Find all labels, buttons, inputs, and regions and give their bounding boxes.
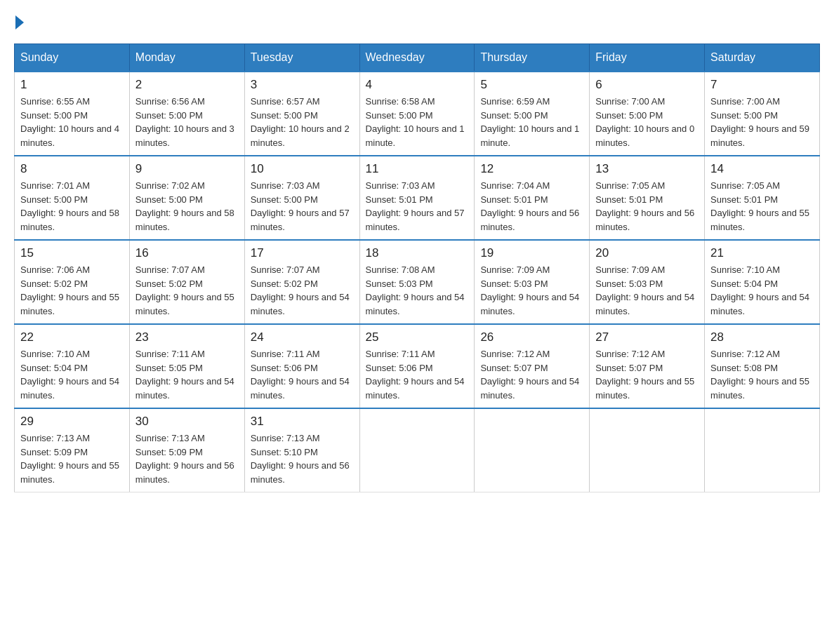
day-number: 3 xyxy=(251,78,354,92)
day-info: Sunrise: 6:56 AMSunset: 5:00 PMDaylight:… xyxy=(135,95,239,149)
calendar-cell: 14Sunrise: 7:05 AMSunset: 5:01 PMDayligh… xyxy=(705,156,820,240)
calendar-cell: 17Sunrise: 7:07 AMSunset: 5:02 PMDayligh… xyxy=(244,240,359,324)
calendar-cell: 6Sunrise: 7:00 AMSunset: 5:00 PMDaylight… xyxy=(590,72,705,156)
weekday-header: Thursday xyxy=(475,44,590,72)
day-number: 1 xyxy=(20,78,124,92)
calendar-cell: 20Sunrise: 7:09 AMSunset: 5:03 PMDayligh… xyxy=(590,240,705,324)
day-number: 27 xyxy=(595,330,699,344)
calendar-cell: 29Sunrise: 7:13 AMSunset: 5:09 PMDayligh… xyxy=(15,408,130,492)
day-info: Sunrise: 7:10 AMSunset: 5:04 PMDaylight:… xyxy=(710,263,814,318)
weekday-header: Wednesday xyxy=(359,44,475,72)
day-info: Sunrise: 7:03 AMSunset: 5:01 PMDaylight:… xyxy=(366,179,469,234)
logo-arrow-icon xyxy=(15,15,24,29)
calendar-cell: 10Sunrise: 7:03 AMSunset: 5:00 PMDayligh… xyxy=(244,156,359,240)
day-info: Sunrise: 7:01 AMSunset: 5:00 PMDaylight:… xyxy=(20,179,124,234)
calendar-cell xyxy=(359,408,475,492)
day-number: 30 xyxy=(135,415,239,429)
day-info: Sunrise: 7:00 AMSunset: 5:00 PMDaylight:… xyxy=(710,95,814,149)
day-number: 5 xyxy=(480,78,583,92)
day-info: Sunrise: 7:12 AMSunset: 5:07 PMDaylight:… xyxy=(595,347,699,402)
calendar-cell: 15Sunrise: 7:06 AMSunset: 5:02 PMDayligh… xyxy=(15,240,130,324)
day-number: 17 xyxy=(251,246,354,260)
day-number: 26 xyxy=(480,330,583,344)
day-info: Sunrise: 7:11 AMSunset: 5:06 PMDaylight:… xyxy=(251,347,354,402)
calendar-week-row: 22Sunrise: 7:10 AMSunset: 5:04 PMDayligh… xyxy=(15,324,820,408)
day-info: Sunrise: 7:12 AMSunset: 5:07 PMDaylight:… xyxy=(480,347,583,402)
calendar-cell xyxy=(590,408,705,492)
day-number: 19 xyxy=(480,246,583,260)
weekday-header: Monday xyxy=(129,44,244,72)
calendar-table: SundayMondayTuesdayWednesdayThursdayFrid… xyxy=(14,43,820,492)
day-number: 24 xyxy=(251,330,354,344)
calendar-header: SundayMondayTuesdayWednesdayThursdayFrid… xyxy=(15,44,820,72)
day-number: 20 xyxy=(595,246,699,260)
day-info: Sunrise: 7:13 AMSunset: 5:09 PMDaylight:… xyxy=(135,431,239,486)
day-info: Sunrise: 7:13 AMSunset: 5:10 PMDaylight:… xyxy=(251,431,354,486)
day-number: 9 xyxy=(135,162,239,176)
calendar-cell: 19Sunrise: 7:09 AMSunset: 5:03 PMDayligh… xyxy=(475,240,590,324)
day-number: 31 xyxy=(251,415,354,429)
day-info: Sunrise: 7:08 AMSunset: 5:03 PMDaylight:… xyxy=(366,263,469,318)
day-number: 15 xyxy=(20,246,124,260)
day-info: Sunrise: 7:13 AMSunset: 5:09 PMDaylight:… xyxy=(20,431,124,486)
calendar-cell: 2Sunrise: 6:56 AMSunset: 5:00 PMDaylight… xyxy=(129,72,244,156)
day-number: 6 xyxy=(595,78,699,92)
day-info: Sunrise: 7:10 AMSunset: 5:04 PMDaylight:… xyxy=(20,347,124,402)
calendar-cell: 12Sunrise: 7:04 AMSunset: 5:01 PMDayligh… xyxy=(475,156,590,240)
calendar-cell: 5Sunrise: 6:59 AMSunset: 5:00 PMDaylight… xyxy=(475,72,590,156)
calendar-cell: 23Sunrise: 7:11 AMSunset: 5:05 PMDayligh… xyxy=(129,324,244,408)
calendar-cell xyxy=(705,408,820,492)
calendar-cell: 25Sunrise: 7:11 AMSunset: 5:06 PMDayligh… xyxy=(359,324,475,408)
calendar-week-row: 8Sunrise: 7:01 AMSunset: 5:00 PMDaylight… xyxy=(15,156,820,240)
day-number: 23 xyxy=(135,330,239,344)
calendar-cell: 30Sunrise: 7:13 AMSunset: 5:09 PMDayligh… xyxy=(129,408,244,492)
calendar-week-row: 15Sunrise: 7:06 AMSunset: 5:02 PMDayligh… xyxy=(15,240,820,324)
calendar-cell: 3Sunrise: 6:57 AMSunset: 5:00 PMDaylight… xyxy=(244,72,359,156)
calendar-cell: 31Sunrise: 7:13 AMSunset: 5:10 PMDayligh… xyxy=(244,408,359,492)
day-info: Sunrise: 7:03 AMSunset: 5:00 PMDaylight:… xyxy=(251,179,354,234)
calendar-cell: 18Sunrise: 7:08 AMSunset: 5:03 PMDayligh… xyxy=(359,240,475,324)
day-number: 2 xyxy=(135,78,239,92)
calendar-cell xyxy=(475,408,590,492)
weekday-header: Sunday xyxy=(15,44,130,72)
day-number: 14 xyxy=(710,162,814,176)
day-info: Sunrise: 6:59 AMSunset: 5:00 PMDaylight:… xyxy=(480,95,583,149)
day-info: Sunrise: 7:09 AMSunset: 5:03 PMDaylight:… xyxy=(595,263,699,318)
day-info: Sunrise: 7:12 AMSunset: 5:08 PMDaylight:… xyxy=(710,347,814,402)
day-info: Sunrise: 7:09 AMSunset: 5:03 PMDaylight:… xyxy=(480,263,583,318)
day-info: Sunrise: 7:07 AMSunset: 5:02 PMDaylight:… xyxy=(251,263,354,318)
day-number: 10 xyxy=(251,162,354,176)
day-info: Sunrise: 7:11 AMSunset: 5:05 PMDaylight:… xyxy=(135,347,239,402)
day-number: 29 xyxy=(20,415,124,429)
logo xyxy=(14,14,24,29)
day-number: 4 xyxy=(366,78,469,92)
day-number: 22 xyxy=(20,330,124,344)
page-header xyxy=(14,14,820,29)
day-number: 21 xyxy=(710,246,814,260)
weekday-header: Saturday xyxy=(705,44,820,72)
calendar-cell: 28Sunrise: 7:12 AMSunset: 5:08 PMDayligh… xyxy=(705,324,820,408)
day-info: Sunrise: 7:00 AMSunset: 5:00 PMDaylight:… xyxy=(595,95,699,149)
day-number: 12 xyxy=(480,162,583,176)
calendar-cell: 13Sunrise: 7:05 AMSunset: 5:01 PMDayligh… xyxy=(590,156,705,240)
calendar-cell: 7Sunrise: 7:00 AMSunset: 5:00 PMDaylight… xyxy=(705,72,820,156)
day-number: 11 xyxy=(366,162,469,176)
calendar-cell: 11Sunrise: 7:03 AMSunset: 5:01 PMDayligh… xyxy=(359,156,475,240)
calendar-cell: 27Sunrise: 7:12 AMSunset: 5:07 PMDayligh… xyxy=(590,324,705,408)
day-info: Sunrise: 6:55 AMSunset: 5:00 PMDaylight:… xyxy=(20,95,124,149)
calendar-cell: 21Sunrise: 7:10 AMSunset: 5:04 PMDayligh… xyxy=(705,240,820,324)
day-info: Sunrise: 7:07 AMSunset: 5:02 PMDaylight:… xyxy=(135,263,239,318)
day-info: Sunrise: 6:58 AMSunset: 5:00 PMDaylight:… xyxy=(366,95,469,149)
calendar-week-row: 1Sunrise: 6:55 AMSunset: 5:00 PMDaylight… xyxy=(15,72,820,156)
calendar-week-row: 29Sunrise: 7:13 AMSunset: 5:09 PMDayligh… xyxy=(15,408,820,492)
calendar-cell: 26Sunrise: 7:12 AMSunset: 5:07 PMDayligh… xyxy=(475,324,590,408)
day-info: Sunrise: 7:11 AMSunset: 5:06 PMDaylight:… xyxy=(366,347,469,402)
calendar-cell: 9Sunrise: 7:02 AMSunset: 5:00 PMDaylight… xyxy=(129,156,244,240)
calendar-cell: 4Sunrise: 6:58 AMSunset: 5:00 PMDaylight… xyxy=(359,72,475,156)
day-number: 18 xyxy=(366,246,469,260)
day-info: Sunrise: 7:05 AMSunset: 5:01 PMDaylight:… xyxy=(595,179,699,234)
day-info: Sunrise: 6:57 AMSunset: 5:00 PMDaylight:… xyxy=(251,95,354,149)
calendar-cell: 16Sunrise: 7:07 AMSunset: 5:02 PMDayligh… xyxy=(129,240,244,324)
calendar-cell: 1Sunrise: 6:55 AMSunset: 5:00 PMDaylight… xyxy=(15,72,130,156)
calendar-cell: 22Sunrise: 7:10 AMSunset: 5:04 PMDayligh… xyxy=(15,324,130,408)
